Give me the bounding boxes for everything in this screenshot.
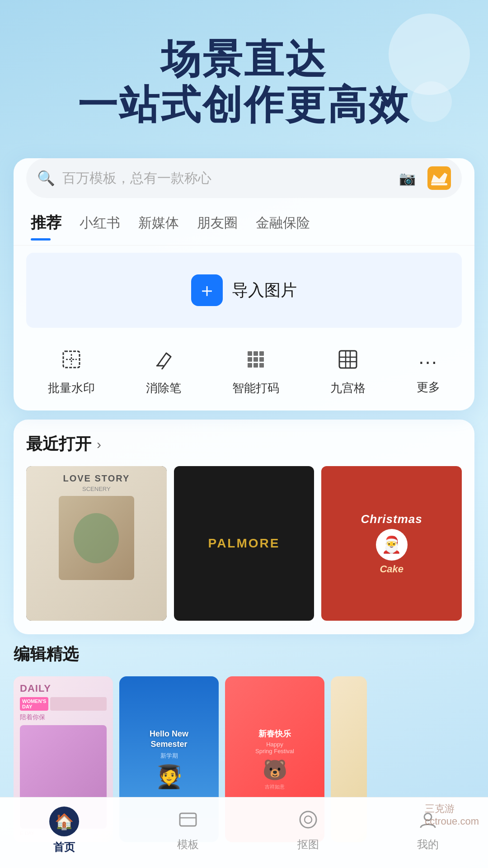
recent-section: 最近打开 › LOVE STORY SCENERY PALMORE Christ… bbox=[14, 420, 474, 634]
nav-home[interactable]: 🏠 首页 bbox=[49, 807, 79, 854]
batch-watermark-label: 批量水印 bbox=[48, 380, 95, 396]
smart-mosaic-label: 智能打码 bbox=[232, 380, 279, 396]
home-icon: 🏠 bbox=[49, 807, 79, 836]
tab-finance[interactable]: 金融保险 bbox=[251, 210, 324, 240]
nav-templates[interactable]: 模板 bbox=[177, 810, 199, 852]
recent-item-love-story[interactable]: LOVE STORY SCENERY bbox=[26, 466, 167, 621]
nav-mine-label: 我的 bbox=[417, 837, 439, 852]
cutout-icon bbox=[298, 810, 318, 834]
tab-recommend[interactable]: 推荐 bbox=[26, 209, 75, 241]
smart-mosaic-icon bbox=[246, 349, 266, 374]
tool-eraser[interactable]: 消除笔 bbox=[146, 349, 181, 396]
svg-point-24 bbox=[424, 813, 432, 821]
search-bar[interactable]: 🔍 百万模板，总有一款称心 📷 bbox=[26, 158, 462, 198]
recent-grid: LOVE STORY SCENERY PALMORE Christmas 🎅 C… bbox=[26, 466, 462, 621]
header-title-line2: 一站式创作更高效 bbox=[27, 82, 461, 127]
nav-mine[interactable]: 我的 bbox=[417, 810, 439, 852]
nav-cutout[interactable]: 抠图 bbox=[297, 810, 319, 852]
tab-newmedia[interactable]: 新媒体 bbox=[134, 210, 192, 240]
svg-rect-1 bbox=[431, 183, 447, 185]
tools-row: 批量水印 消除笔 bbox=[14, 339, 474, 410]
recent-item-palmore[interactable]: PALMORE bbox=[174, 466, 314, 621]
import-label: 导入图片 bbox=[232, 279, 297, 302]
crown-icon[interactable] bbox=[427, 166, 451, 190]
svg-rect-7 bbox=[253, 351, 258, 356]
recent-item-christmas[interactable]: Christmas 🎅 Cake bbox=[321, 466, 462, 621]
eraser-icon bbox=[154, 349, 174, 374]
batch-watermark-icon bbox=[61, 349, 81, 374]
svg-rect-12 bbox=[248, 363, 252, 368]
recent-arrow: › bbox=[97, 437, 101, 452]
more-label: 更多 bbox=[417, 379, 440, 395]
more-icon: ··· bbox=[418, 350, 438, 373]
svg-rect-20 bbox=[180, 813, 196, 826]
recent-title: 最近打开 bbox=[26, 433, 91, 455]
svg-rect-13 bbox=[253, 363, 258, 368]
svg-rect-14 bbox=[259, 363, 264, 368]
svg-rect-10 bbox=[253, 357, 258, 362]
header-section: 场景直达 一站式创作更高效 bbox=[0, 0, 488, 146]
bottom-nav: 🏠 首页 模板 抠图 我的 bbox=[0, 797, 488, 868]
tab-moments[interactable]: 朋友圈 bbox=[192, 210, 251, 240]
tabs-row: 推荐 小红书 新媒体 朋友圈 金融保险 bbox=[14, 198, 474, 245]
tool-batch-watermark[interactable]: 批量水印 bbox=[48, 349, 95, 396]
svg-rect-8 bbox=[259, 351, 264, 356]
templates-icon bbox=[178, 810, 198, 834]
recent-header[interactable]: 最近打开 › bbox=[26, 433, 462, 455]
nav-cutout-label: 抠图 bbox=[297, 837, 319, 852]
svg-rect-22 bbox=[300, 811, 316, 828]
editor-picks-title: 编辑精选 bbox=[14, 643, 474, 665]
tab-xiaohongshu[interactable]: 小红书 bbox=[75, 210, 134, 240]
eraser-label: 消除笔 bbox=[146, 380, 181, 396]
tool-more[interactable]: ··· 更多 bbox=[417, 350, 440, 395]
svg-rect-15 bbox=[339, 351, 357, 368]
svg-rect-0 bbox=[427, 166, 451, 190]
main-card: 🔍 百万模板，总有一款称心 📷 推荐 小红书 新媒体 朋友圈 金融保险 ＋ 导入… bbox=[14, 158, 474, 410]
svg-rect-11 bbox=[259, 357, 264, 362]
svg-rect-23 bbox=[305, 816, 312, 823]
header-title-line1: 场景直达 bbox=[27, 36, 461, 82]
nav-home-label: 首页 bbox=[53, 840, 75, 854]
search-icon: 🔍 bbox=[37, 170, 55, 187]
tool-nine-grid[interactable]: 九宫格 bbox=[330, 349, 366, 396]
search-placeholder: 百万模板，总有一款称心 bbox=[62, 169, 392, 188]
import-area[interactable]: ＋ 导入图片 bbox=[26, 253, 462, 328]
tool-smart-mosaic[interactable]: 智能打码 bbox=[232, 349, 279, 396]
nine-grid-icon bbox=[338, 349, 358, 374]
svg-rect-2 bbox=[63, 351, 80, 368]
nav-templates-label: 模板 bbox=[177, 837, 199, 852]
import-plus-button[interactable]: ＋ bbox=[191, 274, 223, 306]
nine-grid-label: 九宫格 bbox=[330, 380, 366, 396]
svg-rect-6 bbox=[248, 351, 252, 356]
camera-icon[interactable]: 📷 bbox=[399, 170, 416, 186]
svg-rect-9 bbox=[248, 357, 252, 362]
mine-icon bbox=[418, 810, 438, 834]
